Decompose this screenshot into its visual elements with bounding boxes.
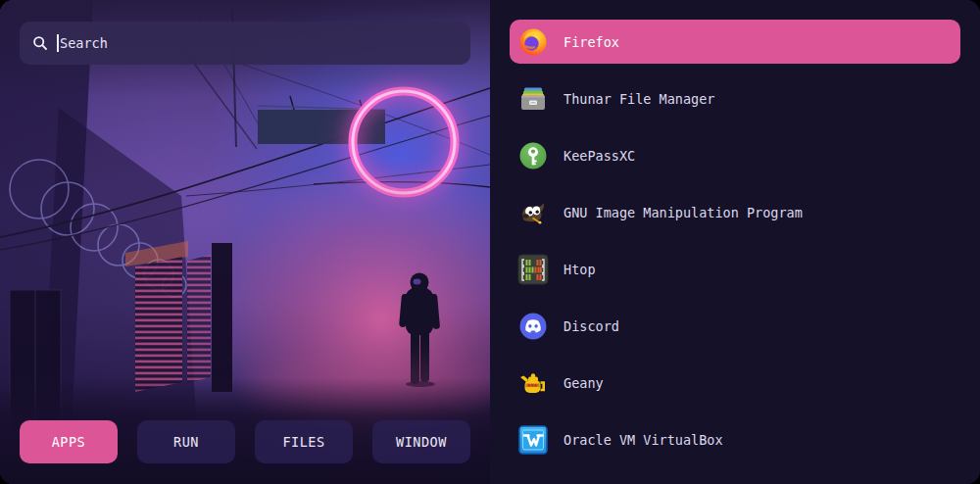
- app-label: KeePassXC: [564, 148, 635, 164]
- app-row-geany[interactable]: Geany: [510, 361, 960, 405]
- tab-run[interactable]: RUN: [137, 420, 235, 463]
- virtualbox-icon: [517, 424, 549, 456]
- app-list: Firefox Thunar File Manager: [490, 0, 980, 484]
- app-label: Thunar File Manager: [564, 91, 714, 107]
- app-launcher-window: APPS RUN FILES WINDOW: [0, 0, 980, 484]
- app-row-keepassxc[interactable]: KeePassXC: [510, 133, 960, 177]
- text-caret: [57, 34, 59, 52]
- search-bar[interactable]: [20, 22, 470, 65]
- app-label: GNU Image Manipulation Program: [564, 205, 803, 220]
- app-row-gimp[interactable]: GNU Image Manipulation Program: [510, 190, 960, 234]
- htop-icon: [517, 254, 549, 285]
- left-pane: APPS RUN FILES WINDOW: [0, 0, 490, 484]
- mode-tabs: APPS RUN FILES WINDOW: [20, 420, 470, 463]
- wallpaper-neon-alley: [0, 0, 490, 484]
- tab-files[interactable]: FILES: [255, 420, 353, 463]
- app-row-thunar[interactable]: Thunar File Manager: [510, 76, 960, 121]
- thunar-icon: [517, 83, 549, 115]
- app-row-firefox[interactable]: Firefox: [510, 20, 960, 64]
- app-label: Geany: [564, 375, 604, 391]
- geany-icon: [517, 367, 549, 399]
- app-label: Firefox: [564, 34, 619, 50]
- keepassxc-icon: [517, 140, 549, 171]
- tab-window[interactable]: WINDOW: [372, 420, 470, 463]
- app-label: Oracle VM VirtualBox: [564, 432, 723, 448]
- discord-icon: [517, 311, 549, 342]
- gimp-icon: [517, 197, 549, 228]
- app-label: Discord: [564, 318, 619, 334]
- app-row-discord[interactable]: Discord: [510, 304, 960, 348]
- app-row-virtualbox[interactable]: Oracle VM VirtualBox: [510, 417, 960, 461]
- firefox-icon: [517, 26, 549, 58]
- search-icon: [32, 35, 48, 51]
- app-row-htop[interactable]: Htop: [510, 247, 960, 291]
- tab-apps[interactable]: APPS: [20, 420, 118, 463]
- search-input[interactable]: [60, 35, 458, 51]
- app-label: Htop: [564, 262, 596, 277]
